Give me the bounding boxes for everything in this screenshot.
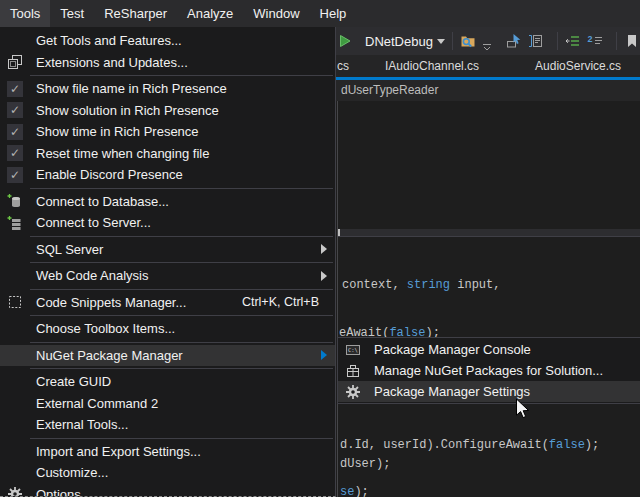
svg-text:2: 2 (587, 34, 592, 44)
toolbar-separator (616, 32, 617, 50)
toolbar-separator (557, 32, 558, 50)
menu-item-extensions-and-updates[interactable]: Extensions and Updates... (0, 52, 335, 74)
checkmark-icon: ✓ (7, 167, 23, 183)
menu-item-choose-toolbox-items[interactable]: Choose Toolbox Items... (0, 318, 335, 340)
menu-item-connect-to-database[interactable]: Connect to Database... (0, 191, 335, 213)
caret-down-icon[interactable] (437, 39, 445, 44)
menu-item-show-time-in-rich-presence[interactable]: ✓Show time in Rich Presence (0, 121, 335, 143)
checkmark-icon: ✓ (7, 81, 23, 97)
menubar-item-resharper[interactable]: ReSharper (94, 0, 177, 27)
nuget-package-manager-submenu: C:\Package Manager ConsoleManage NuGet P… (337, 337, 640, 404)
overflow-chevron-icon[interactable] (482, 42, 492, 52)
code-text: ); (585, 438, 599, 452)
bookmark-icon[interactable] (624, 33, 640, 49)
manage-packages-icon (338, 363, 368, 379)
editor-left-border (337, 101, 338, 497)
menu-separator (30, 188, 333, 189)
menu-item-label: Show time in Rich Presence (36, 124, 199, 139)
menu-item-label: Connect to Database... (36, 194, 169, 209)
menu-item-options[interactable]: Options... (0, 484, 335, 497)
svg-text:C:\: C:\ (348, 347, 358, 353)
tools-dropdown-menu: Get Tools and Features...Extensions and … (0, 27, 336, 497)
menu-item-external-command-2[interactable]: External Command 2 (0, 393, 335, 415)
menu-item-label: Code Snippets Manager... (36, 295, 186, 310)
vs-window: csIAudioChannel.csAudioService.cs dUserT… (0, 0, 640, 497)
submenu-item-package-manager-console[interactable]: C:\Package Manager Console (338, 339, 640, 360)
submenu-arrow-icon (321, 271, 327, 281)
checkmark-icon: ✓ (7, 124, 23, 140)
splitter-grip (338, 229, 340, 236)
menu-item-label: Web Code Analysis (36, 268, 149, 283)
menubar-item-tools[interactable]: Tools (0, 0, 50, 27)
code-text: ); (354, 485, 368, 497)
submenu-item-label: Package Manager Settings (374, 384, 530, 399)
menubar-item-test[interactable]: Test (50, 0, 94, 27)
menu-item-show-solution-in-rich-presence[interactable]: ✓Show solution in Rich Presence (0, 100, 335, 122)
submenu-item-label: Package Manager Console (374, 342, 531, 357)
menu-item-web-code-analysis[interactable]: Web Code Analysis (0, 265, 335, 287)
run-config-label[interactable]: DNetDebug (365, 34, 433, 49)
code-text: context, (342, 278, 407, 292)
decrease-indent-icon[interactable] (565, 33, 581, 49)
checkmark-icon: ✓ (7, 145, 23, 161)
options-gear-icon (0, 486, 30, 497)
menu-item-import-and-export-settings[interactable]: Import and Export Settings... (0, 441, 335, 463)
code-line: d.Id, userId).ConfigureAwait(false); (340, 438, 599, 453)
menubar-item-window[interactable]: Window (243, 0, 309, 27)
code-line: se); (340, 485, 369, 497)
menu-item-get-tools-and-features[interactable]: Get Tools and Features... (0, 30, 335, 52)
menu-item-shortcut: Ctrl+K, Ctrl+B (242, 295, 335, 309)
code-keyword: string (407, 278, 450, 292)
code-text: input, (450, 278, 500, 292)
clone-code-icon[interactable] (528, 33, 544, 49)
connect-server-icon (0, 215, 30, 231)
menubar-item-analyze[interactable]: Analyze (177, 0, 243, 27)
submenu-arrow-icon (321, 244, 327, 254)
checkmark-icon: ✓ (0, 102, 30, 118)
menu-item-connect-to-server[interactable]: Connect to Server... (0, 212, 335, 234)
menu-item-label: NuGet Package Manager (36, 348, 183, 363)
menu-item-external-tools[interactable]: External Tools... (0, 414, 335, 436)
submenu-item-label: Manage NuGet Packages for Solution... (374, 363, 603, 378)
tab-cs[interactable]: cs (337, 59, 349, 73)
find-in-files-icon[interactable] (460, 33, 476, 49)
code-text: dUser); (340, 457, 390, 471)
comment-lines-icon[interactable]: 2 (587, 33, 603, 49)
menu-separator (30, 438, 333, 439)
menu-item-enable-discord-presence[interactable]: ✓Enable Discord Presence (0, 164, 335, 186)
menu-item-customize[interactable]: Customize... (0, 462, 335, 484)
menu-item-code-snippets-manager[interactable]: Code Snippets Manager...Ctrl+K, Ctrl+B (0, 292, 335, 314)
checkmark-icon: ✓ (0, 81, 30, 97)
submenu-arrow-icon (321, 350, 327, 360)
tab-audioservice-cs[interactable]: AudioService.cs (535, 59, 621, 73)
code-keyword: false (549, 438, 585, 452)
checkmark-icon: ✓ (0, 145, 30, 161)
connect-database-icon (0, 193, 30, 209)
submenu-item-manage-nuget-packages-for-solution[interactable]: Manage NuGet Packages for Solution... (338, 360, 640, 381)
menu-item-label: Show file name in Rich Presence (36, 81, 227, 96)
menu-item-label: Connect to Server... (36, 215, 151, 230)
navigate-to-icon[interactable] (506, 33, 522, 49)
menu-item-label: Enable Discord Presence (36, 167, 183, 182)
menu-item-label: Customize... (36, 465, 108, 480)
menu-item-show-file-name-in-rich-presence[interactable]: ✓Show file name in Rich Presence (0, 78, 335, 100)
extensions-icon (0, 54, 30, 70)
menu-item-sql-server[interactable]: SQL Server (0, 239, 335, 261)
settings-gear-icon (338, 384, 368, 400)
checkmark-icon: ✓ (0, 124, 30, 140)
start-debug-icon[interactable] (337, 33, 353, 49)
toolbar-separator (452, 32, 453, 50)
menu-separator (30, 236, 333, 237)
console-icon: C:\ (338, 342, 368, 358)
tab-iaudiochannel-cs[interactable]: IAudioChannel.cs (385, 59, 479, 73)
menu-item-nuget-package-manager[interactable]: NuGet Package Manager (0, 345, 335, 367)
menubar-item-help[interactable]: Help (310, 0, 357, 27)
menu-item-create-guid[interactable]: Create GUID (0, 371, 335, 393)
mouse-cursor (515, 398, 530, 420)
menu-item-label: External Command 2 (36, 396, 158, 411)
code-text: d.Id, userId).ConfigureAwait( (340, 438, 549, 452)
checkmark-icon: ✓ (7, 102, 23, 118)
editor-splitter[interactable] (338, 229, 640, 237)
menu-item-reset-time-when-changing-file[interactable]: ✓Reset time when changing file (0, 143, 335, 165)
submenu-item-package-manager-settings[interactable]: Package Manager Settings (338, 381, 640, 402)
